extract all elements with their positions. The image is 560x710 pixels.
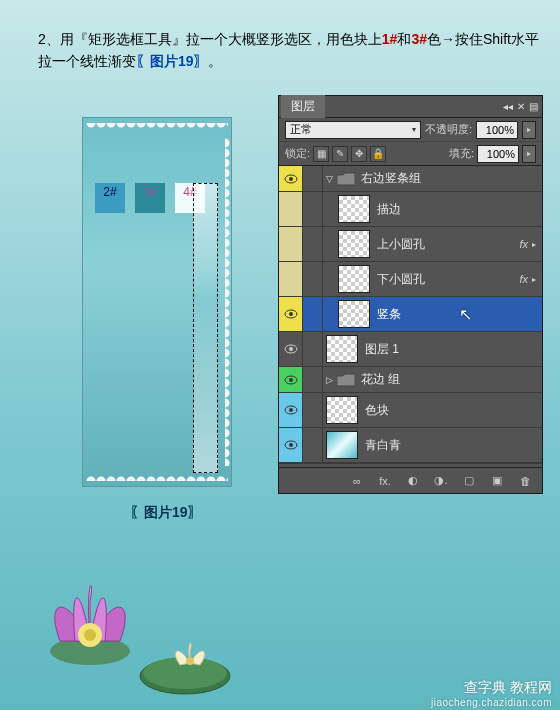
eye-icon: [284, 344, 298, 354]
layer-name[interactable]: 下小圆孔: [373, 271, 519, 288]
svg-point-11: [289, 443, 293, 447]
fx-expand-icon[interactable]: ▸: [532, 275, 536, 284]
opacity-input[interactable]: 100%: [476, 121, 518, 139]
layers-list: ▽ 右边竖条组 描边 上小圆孔 fx ▸: [279, 166, 542, 467]
link-layers-button[interactable]: ∞: [348, 473, 366, 489]
artwork-preview: 2# 3# 4#: [82, 117, 232, 487]
instr-blue1: 〖图片19〗: [136, 53, 208, 69]
layer-hole-bottom[interactable]: 下小圆孔 fx ▸: [279, 262, 542, 297]
visibility-toggle[interactable]: [279, 297, 303, 331]
lock-all-button[interactable]: 🔒: [370, 146, 386, 162]
lock-col: [303, 297, 323, 331]
instr-t2: 和: [397, 31, 411, 47]
collapse-arrow[interactable]: ▷: [323, 375, 335, 385]
panel-lock-row: 锁定: ▦ ✎ ✥ 🔒 填充: 100% ▸: [279, 142, 542, 166]
blend-mode-value: 正常: [290, 122, 312, 137]
layer-thumbnail: [326, 431, 358, 459]
step-number: 2、: [38, 31, 60, 47]
eye-icon: [284, 405, 298, 415]
svg-point-17: [186, 657, 194, 665]
swatch-2: 2#: [95, 183, 125, 213]
eye-icon: [284, 309, 298, 319]
visibility-toggle[interactable]: [279, 166, 303, 191]
visibility-toggle[interactable]: [279, 192, 303, 226]
layer-layer1[interactable]: 图层 1: [279, 332, 542, 367]
layer-mask-button[interactable]: ◐: [404, 473, 422, 489]
visibility-toggle[interactable]: [279, 227, 303, 261]
layer-stroke[interactable]: 描边: [279, 192, 542, 227]
swatch-3: 3#: [135, 183, 165, 213]
fx-badge[interactable]: fx: [519, 238, 528, 250]
lock-pixels-button[interactable]: ✎: [332, 146, 348, 162]
lock-position-button[interactable]: ✥: [351, 146, 367, 162]
visibility-toggle[interactable]: [279, 262, 303, 296]
dropdown-icon: ▾: [412, 125, 416, 134]
svg-point-14: [84, 629, 96, 641]
layer-style-button[interactable]: fx.: [376, 473, 394, 489]
layer-thumbnail: [338, 195, 370, 223]
panel-blend-row: 正常 ▾ 不透明度: 100% ▸: [279, 118, 542, 142]
layer-name[interactable]: 青白青: [361, 437, 542, 454]
layer-name[interactable]: 竖条: [373, 306, 542, 323]
layer-hole-top[interactable]: 上小圆孔 fx ▸: [279, 227, 542, 262]
panel-footer: ∞ fx. ◐ ◑. ▢ ▣ 🗑: [279, 467, 542, 493]
lock-col: [303, 262, 323, 296]
panel-tab-layers[interactable]: 图层: [281, 95, 325, 118]
fx-badge[interactable]: fx: [519, 273, 528, 285]
lock-transparent-button[interactable]: ▦: [313, 146, 329, 162]
scallop-top: [86, 123, 228, 133]
eye-icon: [284, 440, 298, 450]
lock-col: [303, 227, 323, 261]
layer-vertical-bar[interactable]: 竖条 ↖: [279, 297, 542, 332]
collapse-arrow[interactable]: ▽: [323, 174, 335, 184]
fill-input[interactable]: 100%: [477, 145, 519, 163]
layer-color-block[interactable]: 色块: [279, 393, 542, 428]
scallop-right: [225, 138, 235, 466]
marquee-selection: [193, 183, 218, 473]
fill-slider-button[interactable]: ▸: [522, 145, 536, 163]
visibility-toggle[interactable]: [279, 332, 303, 366]
layer-name[interactable]: 描边: [373, 201, 542, 218]
delete-layer-button[interactable]: 🗑: [516, 473, 534, 489]
instr-t1: 用『矩形选框工具』拉一个大概竖形选区，用色块上: [60, 31, 382, 47]
svg-point-7: [289, 378, 293, 382]
layer-name[interactable]: 花边 组: [357, 371, 542, 388]
lock-col: [303, 166, 323, 191]
visibility-toggle[interactable]: [279, 367, 303, 392]
panel-menu-icon[interactable]: ▤: [529, 101, 538, 112]
lock-label: 锁定:: [285, 146, 310, 161]
new-group-button[interactable]: ▢: [460, 473, 478, 489]
visibility-toggle[interactable]: [279, 393, 303, 427]
adjustment-layer-button[interactable]: ◑.: [432, 473, 450, 489]
layer-name[interactable]: 上小圆孔: [373, 236, 519, 253]
layer-name[interactable]: 图层 1: [361, 341, 542, 358]
instr-red2: 3#: [411, 31, 427, 47]
blend-mode-select[interactable]: 正常 ▾: [285, 121, 421, 139]
layer-name[interactable]: 右边竖条组: [357, 170, 542, 187]
lock-col: [303, 428, 323, 462]
figure-caption: 〖图片19〗: [130, 504, 202, 522]
lock-col: [303, 367, 323, 392]
eye-icon: [284, 174, 298, 184]
svg-point-5: [289, 347, 293, 351]
panel-arrows-icon: ◂◂: [503, 101, 513, 112]
svg-point-3: [289, 312, 293, 316]
layer-group-lace[interactable]: ▷ 花边 组: [279, 367, 542, 393]
layer-thumbnail: [326, 396, 358, 424]
eye-icon: [284, 375, 298, 385]
fx-expand-icon[interactable]: ▸: [532, 240, 536, 249]
watermark-site: 查字典 教程网: [431, 679, 552, 697]
opacity-label: 不透明度:: [425, 122, 472, 137]
layer-group-right-bar[interactable]: ▽ 右边竖条组: [279, 166, 542, 192]
panel-header: 图层 ◂◂ ✕ ▤: [279, 96, 542, 118]
layer-thumbnail: [338, 265, 370, 293]
panel-menu[interactable]: ◂◂ ✕ ▤: [503, 101, 538, 112]
layer-name[interactable]: 色块: [361, 402, 542, 419]
visibility-toggle[interactable]: [279, 428, 303, 462]
opacity-slider-button[interactable]: ▸: [522, 121, 536, 139]
watermark: 查字典 教程网 jiaocheng.chazidian.com: [431, 679, 552, 708]
new-layer-button[interactable]: ▣: [488, 473, 506, 489]
layer-cyan-white-cyan[interactable]: 青白青: [279, 428, 542, 463]
layers-panel: 图层 ◂◂ ✕ ▤ 正常 ▾ 不透明度: 100% ▸ 锁定: ▦ ✎ ✥ 🔒 …: [278, 95, 543, 494]
fill-label: 填充:: [449, 146, 474, 161]
